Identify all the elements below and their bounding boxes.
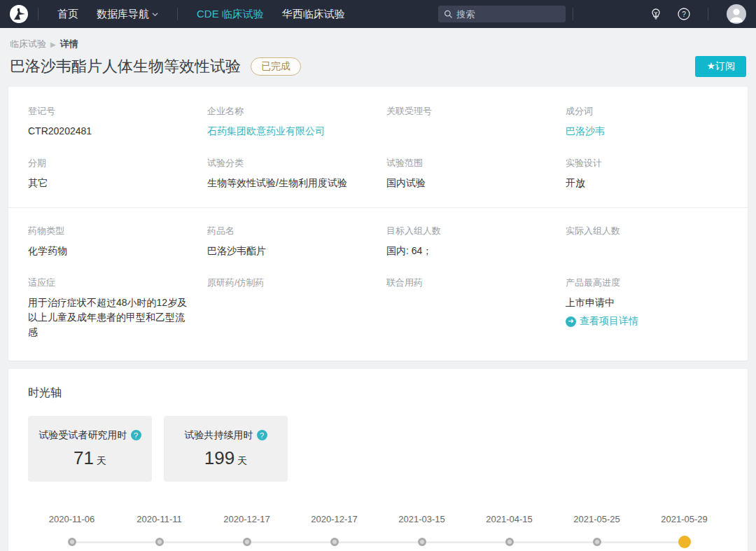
question-icon[interactable]: ?	[257, 430, 267, 440]
field-value: 开放	[566, 176, 728, 190]
field-phase: 分期 其它	[28, 157, 190, 190]
field-value: 国内试验	[386, 176, 549, 190]
question-icon[interactable]: ?	[131, 430, 141, 440]
field-label: 试验分类	[207, 157, 370, 169]
field-label: 实验设计	[566, 157, 728, 169]
status-badge: 已完成	[251, 57, 301, 76]
field-label: 适应症	[28, 277, 190, 289]
timeline-node[interactable]	[505, 538, 514, 546]
timeline-date: 2021-03-15	[378, 514, 465, 524]
timeline-card: 时光轴 试验受试者研究用时 ? 71天 试验共持续用时 ? 199天	[8, 369, 748, 551]
subscribe-button[interactable]: ★订阅	[695, 56, 746, 77]
nav-database-menu[interactable]: 数据库导航	[97, 8, 158, 21]
timeline-date: 2021-05-29	[640, 514, 728, 524]
breadcrumb-current: 详情	[60, 38, 78, 50]
field-actual-enrollment: 实际入组人数	[566, 225, 728, 258]
user-avatar[interactable]	[727, 4, 746, 24]
divider	[573, 8, 573, 20]
chevron-down-icon	[152, 11, 158, 18]
field-originator-generic: 原研药/仿制药	[207, 277, 370, 340]
field-combination-drug: 联合用药	[386, 277, 549, 340]
timeline-track	[28, 536, 728, 548]
nav-database-label: 数据库导航	[97, 8, 149, 21]
timeline-date: 2020-12-17	[290, 514, 378, 524]
field-trial-scope: 试验范围 国内试验	[386, 157, 549, 190]
stat-number: 199	[204, 447, 234, 468]
stat-unit: 天	[97, 455, 106, 466]
timeline-date: 2020-12-17	[203, 514, 290, 524]
arrow-right-icon: ➜	[566, 316, 576, 327]
timeline-node[interactable]	[155, 538, 164, 546]
stat-value: 71天	[74, 447, 106, 469]
divider	[708, 8, 708, 20]
timeline-node[interactable]	[593, 538, 601, 546]
divider	[38, 8, 38, 20]
search-input[interactable]	[456, 9, 560, 20]
nav-home-label: 首页	[57, 8, 78, 21]
field-label: 成分词	[566, 105, 728, 118]
nav-home[interactable]: 首页	[57, 8, 78, 21]
timeline-date: 2021-05-25	[553, 514, 640, 524]
field-ingredient: 成分词 巴洛沙韦	[566, 105, 728, 139]
field-drug-type: 药物类型 化学药物	[28, 225, 190, 258]
svg-text:?: ?	[682, 11, 686, 18]
nav-huaxi-trials[interactable]: 华西临床试验	[282, 8, 345, 21]
timeline-node[interactable]	[243, 538, 251, 546]
timeline-section-title: 时光轴	[28, 386, 728, 400]
field-value: 生物等效性试验/生物利用度试验	[207, 176, 370, 190]
field-label: 登记号	[28, 105, 190, 118]
stat-label: 试验受试者研究用时	[39, 429, 127, 442]
field-target-enrollment: 目标入组人数 国内: 64；	[386, 225, 549, 258]
field-drug-name: 药品名 巴洛沙韦酯片	[207, 225, 370, 258]
field-value	[386, 295, 549, 307]
field-label: 试验范围	[386, 157, 549, 169]
field-label: 产品最高进度	[566, 277, 728, 289]
field-label: 分期	[28, 157, 190, 169]
view-project-detail-link[interactable]: ➜ 查看项目详情	[566, 315, 728, 328]
stat-value: 199天	[204, 447, 247, 469]
timeline-date: 2021-04-15	[465, 514, 553, 524]
page-title: 巴洛沙韦酯片人体生物等效性试验	[10, 56, 241, 77]
bulb-icon[interactable]	[649, 7, 663, 21]
field-value: 巴洛沙韦酯片	[207, 244, 370, 258]
field-registration-no: 登记号 CTR20202481	[28, 105, 190, 139]
nav-cde-label: CDE 临床试验	[197, 8, 264, 21]
timeline-date: 2020-11-11	[115, 514, 203, 524]
field-value	[386, 124, 549, 135]
search-icon	[444, 9, 452, 19]
field-related-acceptance-no: 关联受理号	[386, 105, 549, 139]
person-icon	[727, 4, 746, 24]
timeline-node[interactable]	[418, 538, 426, 546]
breadcrumb: 临床试验 ▶ 详情	[8, 28, 748, 50]
field-value: 用于治疗症状不超过48小时的12岁及以上儿童及成年患者的甲型和乙型流感	[28, 295, 190, 340]
field-company: 企业名称 石药集团欧意药业有限公司	[207, 105, 370, 139]
field-label: 实际入组人数	[566, 225, 728, 237]
field-value	[566, 244, 728, 255]
ingredient-link[interactable]: 巴洛沙韦	[566, 124, 728, 139]
field-value: 上市申请中	[566, 295, 728, 310]
field-label: 关联受理号	[386, 105, 549, 118]
trial-info-card: 登记号 CTR20202481 企业名称 石药集团欧意药业有限公司 关联受理号 …	[8, 87, 748, 361]
view-project-detail-label: 查看项目详情	[580, 315, 638, 328]
nav-cde-trials[interactable]: CDE 临床试验	[197, 8, 264, 21]
help-icon[interactable]: ?	[677, 7, 691, 21]
app-logo-icon[interactable]	[10, 5, 28, 23]
timeline-node-current[interactable]	[678, 536, 691, 548]
stat-subject-research-days: 试验受试者研究用时 ? 71天	[28, 416, 152, 482]
stat-unit: 天	[237, 455, 247, 466]
company-link[interactable]: 石药集团欧意药业有限公司	[207, 124, 370, 139]
breadcrumb-parent[interactable]: 临床试验	[10, 38, 46, 50]
breadcrumb-arrow-icon: ▶	[50, 41, 56, 48]
stat-total-duration-days: 试验共持续用时 ? 199天	[164, 416, 288, 482]
timeline-node[interactable]	[68, 538, 76, 546]
field-label: 药品名	[207, 225, 370, 237]
timeline-node[interactable]	[330, 538, 339, 546]
stat-number: 71	[74, 447, 94, 468]
field-value: 其它	[28, 176, 190, 190]
field-value: 化学药物	[28, 244, 190, 258]
search-box[interactable]	[438, 6, 566, 22]
divider	[8, 207, 748, 208]
stat-label: 试验共持续用时	[185, 429, 253, 442]
top-navbar: 首页 数据库导航 CDE 临床试验 华西临床试验 ?	[0, 0, 756, 28]
field-trial-class: 试验分类 生物等效性试验/生物利用度试验	[207, 157, 370, 190]
